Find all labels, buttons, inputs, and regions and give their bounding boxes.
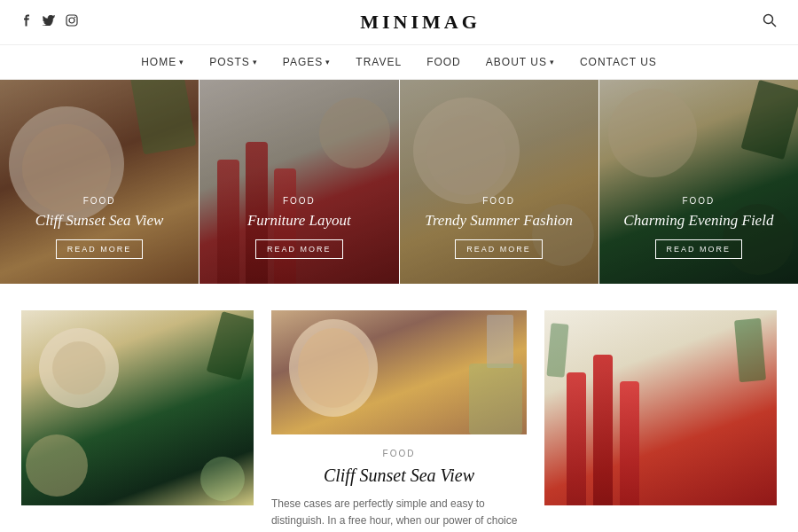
nav-food-label: FOOD	[426, 56, 461, 68]
hero-card-4-category: FOOD	[682, 196, 715, 206]
site-header: MINIMAG	[0, 0, 798, 45]
hero-card-2-category: FOOD	[283, 196, 316, 206]
svg-point-2	[74, 17, 76, 19]
hero-card-2-read-more[interactable]: READ MORE	[255, 239, 343, 259]
social-links	[21, 14, 78, 30]
hero-card-2-overlay: FOOD Furniture Layout READ MORE	[200, 80, 398, 284]
main-nav: HOME ▾ POSTS ▾ PAGES ▾ TRAVEL FOOD ABOUT…	[0, 45, 798, 80]
svg-line-4	[771, 23, 776, 27]
nav-posts-label: POSTS	[209, 56, 250, 68]
nav-posts-arrow: ▾	[253, 58, 258, 66]
svg-point-1	[69, 18, 74, 23]
instagram-icon[interactable]	[66, 14, 78, 30]
hero-card-3-category: FOOD	[482, 196, 515, 206]
site-logo[interactable]: MINIMAG	[360, 11, 481, 34]
nav-item-travel[interactable]: TRAVEL	[356, 56, 402, 68]
nav-pages-label: PAGES	[283, 56, 323, 68]
hero-card-4-title: Charming Evening Field	[613, 211, 784, 231]
center-card-text: FOOD Cliff Sunset Sea View These cases a…	[271, 434, 527, 532]
nav-contact-label: CONTACT US	[580, 56, 657, 68]
center-card-category: FOOD	[271, 449, 527, 458]
hero-card-1-read-more[interactable]: READ MORE	[56, 239, 144, 259]
nav-pages-arrow: ▾	[325, 58, 331, 66]
nav-item-posts[interactable]: POSTS ▾	[209, 56, 258, 68]
hero-card-3-read-more[interactable]: READ MORE	[455, 239, 543, 259]
hero-card-1-category: FOOD	[83, 196, 116, 206]
hero-card-3-overlay: FOOD Trendy Summer Fashion READ MORE	[400, 80, 598, 284]
center-card-desc: These cases are perfectly simple and eas…	[271, 496, 527, 532]
center-card-title: Cliff Sunset Sea View	[271, 464, 527, 487]
content-card-right[interactable]	[544, 310, 777, 505]
svg-rect-0	[66, 15, 77, 26]
nav-travel-label: TRAVEL	[356, 56, 402, 68]
hero-grid: FOOD Cliff Sunset Sea View READ MORE FOO…	[0, 80, 798, 284]
nav-about-arrow: ▾	[550, 58, 555, 66]
hero-card-4-overlay: FOOD Charming Evening Field READ MORE	[599, 80, 798, 284]
content-section: FOOD Cliff Sunset Sea View These cases a…	[0, 284, 798, 532]
hero-card-2[interactable]: FOOD Furniture Layout READ MORE	[199, 80, 398, 284]
hero-card-3[interactable]: FOOD Trendy Summer Fashion READ MORE	[399, 80, 598, 284]
content-card-left[interactable]	[21, 310, 254, 505]
nav-home-label: HOME	[141, 56, 176, 68]
content-card-center[interactable]: FOOD Cliff Sunset Sea View These cases a…	[271, 310, 527, 532]
hero-card-2-title: Furniture Layout	[237, 211, 362, 231]
nav-item-contact[interactable]: CONTACT US	[580, 56, 657, 68]
nav-about-label: ABOUT US	[486, 56, 547, 68]
nav-item-about[interactable]: ABOUT US ▾	[486, 56, 555, 68]
svg-point-3	[763, 15, 772, 24]
hero-card-4[interactable]: FOOD Charming Evening Field READ MORE	[598, 80, 798, 284]
hero-card-4-read-more[interactable]: READ MORE	[655, 239, 743, 259]
hero-card-1-title: Cliff Sunset Sea View	[25, 211, 175, 231]
hero-card-3-title: Trendy Summer Fashion	[414, 211, 583, 231]
hero-card-1-overlay: FOOD Cliff Sunset Sea View READ MORE	[0, 80, 199, 284]
nav-item-pages[interactable]: PAGES ▾	[283, 56, 331, 68]
nav-item-home[interactable]: HOME ▾	[141, 56, 184, 68]
nav-item-food[interactable]: FOOD	[426, 56, 461, 68]
hero-card-1[interactable]: FOOD Cliff Sunset Sea View READ MORE	[0, 80, 199, 284]
search-icon[interactable]	[763, 13, 777, 31]
nav-home-arrow: ▾	[179, 58, 184, 66]
twitter-icon[interactable]	[43, 15, 55, 29]
facebook-icon[interactable]	[21, 14, 32, 30]
